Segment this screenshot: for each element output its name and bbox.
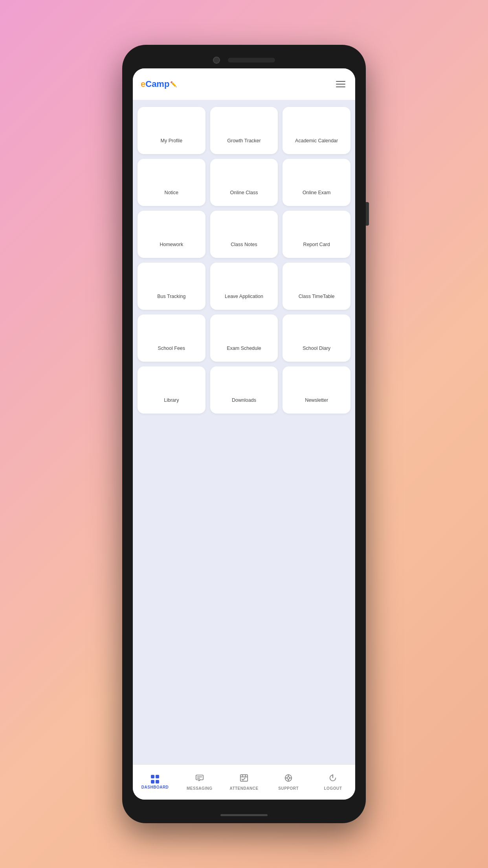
svg-rect-79	[240, 775, 248, 782]
report-card-label: Report Card	[303, 241, 330, 248]
grid-item-bus-tracking[interactable]: Bus Tracking	[138, 263, 205, 310]
grid-item-exam-schedule[interactable]: 19 Exam Schedule	[210, 314, 278, 362]
grid-item-class-timetable[interactable]: Class TimeTable	[283, 263, 350, 310]
phone-top-bar	[213, 57, 275, 64]
menu-button[interactable]	[334, 79, 347, 89]
grid-item-class-notes[interactable]: Class Notes	[210, 211, 278, 258]
phone-frame: eCamp ✏️ My Profile Growth Tracker	[122, 45, 366, 823]
bus-tracking-label: Bus Tracking	[157, 293, 185, 300]
grid-item-school-diary[interactable]: School Diary	[283, 314, 350, 362]
svg-point-84	[287, 777, 290, 779]
nav-attendance-icon	[240, 774, 248, 785]
app-logo: eCamp ✏️	[141, 79, 177, 89]
nav-support-label: SUPPORT	[278, 786, 299, 791]
academic-calendar-label: Academic Calendar	[295, 138, 338, 144]
dashboard-grid: My Profile Growth Tracker Academic Calen…	[138, 107, 350, 414]
nav-item-dashboard[interactable]: DASHBOARD	[133, 775, 177, 789]
nav-messaging-label: MESSAGING	[187, 786, 213, 791]
grid-item-growth-tracker[interactable]: Growth Tracker	[210, 107, 278, 154]
logo-camp: Camp	[145, 79, 169, 89]
phone-screen: eCamp ✏️ My Profile Growth Tracker	[133, 68, 355, 800]
newsletter-label: Newsletter	[305, 397, 328, 403]
class-notes-label: Class Notes	[231, 241, 257, 248]
support-icon	[284, 774, 293, 782]
nav-dashboard-label: DASHBOARD	[141, 785, 169, 789]
school-fees-label: School Fees	[158, 345, 185, 351]
nav-logout-icon	[328, 774, 337, 785]
homework-label: Homework	[160, 241, 183, 248]
logout-icon	[328, 774, 337, 782]
hamburger-line	[336, 84, 345, 85]
phone-speaker	[228, 58, 275, 63]
home-indicator	[220, 814, 268, 816]
nav-attendance-label: ATTENDANCE	[229, 786, 258, 791]
attendance-icon	[240, 774, 248, 782]
growth-tracker-label: Growth Tracker	[227, 138, 261, 144]
grid-item-academic-calendar[interactable]: Academic Calendar	[283, 107, 350, 154]
grid-item-my-profile[interactable]: My Profile	[138, 107, 205, 154]
dashboard-grid-icon	[151, 775, 160, 783]
nav-dashboard-icon	[151, 775, 160, 783]
nav-item-logout[interactable]: LOGOUT	[311, 774, 355, 791]
svg-rect-76	[196, 775, 203, 780]
grid-item-library[interactable]: Library	[138, 366, 205, 414]
my-profile-label: My Profile	[161, 138, 183, 144]
grid-item-notice[interactable]: Notice	[138, 159, 205, 206]
downloads-label: Downloads	[232, 397, 256, 403]
hamburger-line	[336, 81, 345, 82]
notice-label: Notice	[165, 189, 178, 196]
bottom-navigation: DASHBOARD MESSAGING ATTENDANCE SUPPORT L…	[133, 764, 355, 800]
nav-support-icon	[284, 774, 293, 785]
logo-pencil-icon: ✏️	[170, 81, 177, 87]
logo-e: e	[141, 79, 145, 89]
leave-application-label: Leave Application	[225, 293, 263, 300]
nav-item-attendance[interactable]: ATTENDANCE	[222, 774, 266, 791]
grid-item-leave-application[interactable]: Leave Application	[210, 263, 278, 310]
library-label: Library	[164, 397, 179, 403]
grid-item-homework[interactable]: Homework	[138, 211, 205, 258]
online-exam-label: Online Exam	[303, 189, 331, 196]
dashboard-grid-area: My Profile Growth Tracker Academic Calen…	[133, 100, 355, 764]
nav-logout-label: LOGOUT	[324, 786, 342, 791]
online-class-label: Online Class	[230, 189, 258, 196]
grid-item-school-fees[interactable]: School Fees	[138, 314, 205, 362]
nav-messaging-icon	[195, 774, 204, 785]
nav-item-support[interactable]: SUPPORT	[266, 774, 311, 791]
app-header: eCamp ✏️	[133, 68, 355, 100]
hamburger-line	[336, 86, 345, 87]
grid-item-newsletter[interactable]: Newsletter	[283, 366, 350, 414]
front-camera	[213, 57, 220, 64]
grid-item-downloads[interactable]: Downloads	[210, 366, 278, 414]
grid-item-online-class[interactable]: Online Class	[210, 159, 278, 206]
side-button	[366, 202, 369, 226]
messaging-icon	[195, 774, 204, 782]
grid-item-report-card[interactable]: Report Card	[283, 211, 350, 258]
school-diary-label: School Diary	[303, 345, 330, 351]
exam-schedule-label: Exam Schedule	[227, 345, 261, 351]
nav-item-messaging[interactable]: MESSAGING	[177, 774, 222, 791]
class-timetable-label: Class TimeTable	[299, 293, 335, 300]
grid-item-online-exam[interactable]: Online Exam	[283, 159, 350, 206]
